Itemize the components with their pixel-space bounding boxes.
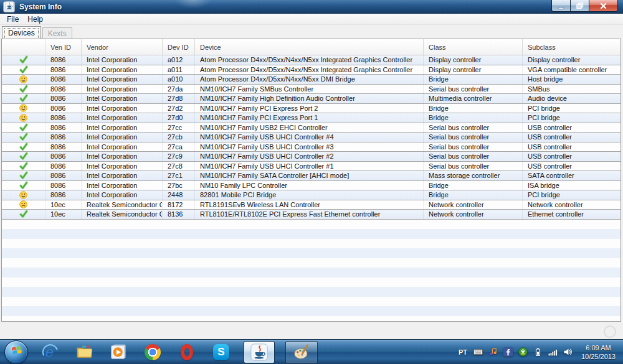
cell-dev-id: 27c1: [163, 171, 195, 180]
table-row[interactable]: 8086 Intel Corporation 2448 82801 Mobile…: [2, 190, 621, 200]
table-row[interactable]: 8086 Intel Corporation 27ca NM10/ICH7 Fa…: [2, 142, 621, 152]
cell-subclass: PCI bridge: [523, 190, 621, 200]
cell-vendor: Intel Corporation: [82, 123, 163, 133]
cell-device: NM10/ICH7 Family USB UHCI Controller #2: [195, 152, 424, 161]
empty-stripe: [2, 306, 621, 316]
cell-subclass: Network controller: [523, 200, 621, 210]
window-app-icon-box[interactable]: [3, 1, 15, 12]
cell-class: Network controller: [424, 200, 523, 210]
cell-vendor: Intel Corporation: [82, 171, 163, 180]
taskbar-internet-explorer[interactable]: e: [38, 342, 62, 363]
folder-icon: [76, 343, 93, 360]
table-row[interactable]: 8086 Intel Corporation a010 Atom Process…: [2, 75, 621, 85]
menu-help[interactable]: Help: [23, 15, 47, 24]
col-header-vendor[interactable]: Vendor: [82, 39, 163, 55]
cell-device: NM10/ICH7 Family USB UHCI Controller #1: [195, 162, 424, 171]
taskbar-paint[interactable]: [285, 341, 318, 363]
cell-device: NM10/ICH7 Family PCI Express Port 1: [195, 113, 424, 123]
table-row[interactable]: 8086 Intel Corporation 27c1 NM10/ICH7 Fa…: [2, 171, 621, 181]
signal-strength-icon[interactable]: [548, 347, 558, 357]
table-row[interactable]: 10ec Realtek Semiconductor C... 8172 RTL…: [2, 200, 621, 210]
keyboard-icon[interactable]: [473, 347, 483, 357]
cell-device: Atom Processor D4xx/D5xx/N4xx/N5xx Integ…: [195, 55, 424, 65]
col-header-status[interactable]: [2, 39, 45, 55]
clock-date: 10/25/2013: [581, 352, 616, 361]
cell-device: Atom Processor D4xx/D5xx/N4xx/N5xx Integ…: [195, 65, 424, 75]
cell-subclass: Audio device: [523, 94, 621, 103]
facebook-icon[interactable]: [503, 347, 513, 357]
status-area-circle: [604, 325, 616, 338]
table-row[interactable]: 8086 Intel Corporation 27d0 NM10/ICH7 Fa…: [2, 113, 621, 123]
cell-vendor: Intel Corporation: [82, 152, 163, 161]
empty-stripe: [2, 268, 621, 278]
cell-dev-id: 2448: [163, 190, 195, 200]
cell-dev-id: 8172: [163, 200, 195, 210]
cell-ven-id: 8086: [45, 104, 82, 113]
cell-dev-id: 8136: [163, 210, 195, 219]
taskbar-system-info-java[interactable]: [244, 341, 275, 363]
table-row[interactable]: 10ec Realtek Semiconductor C... 8136 RTL…: [2, 210, 621, 220]
cell-subclass: USB controller: [523, 162, 621, 171]
table-row[interactable]: 8086 Intel Corporation 27c9 NM10/ICH7 Fa…: [2, 152, 621, 162]
col-header-dev-id[interactable]: Dev ID: [163, 39, 195, 55]
music-note-icon[interactable]: [488, 347, 498, 357]
cell-device: NM10/ICH7 Family SATA Controller [AHCI m…: [195, 171, 424, 180]
cell-vendor: Intel Corporation: [82, 65, 163, 75]
close-button[interactable]: [589, 0, 618, 12]
cell-ven-id: 8086: [45, 113, 82, 123]
cell-dev-id: 27c8: [163, 162, 195, 171]
language-indicator[interactable]: PT: [458, 348, 468, 356]
paint-icon: [293, 343, 310, 360]
cell-subclass: USB controller: [523, 152, 621, 161]
check-icon: [2, 65, 45, 75]
window-controls: [552, 0, 618, 12]
battery-icon[interactable]: [533, 347, 543, 357]
cell-dev-id: a011: [163, 65, 195, 75]
table-row[interactable]: 8086 Intel Corporation 27c8 NM10/ICH7 Fa…: [2, 162, 621, 172]
taskbar-opera[interactable]: [175, 342, 199, 363]
empty-stripe: [2, 287, 621, 297]
happy-icon: [2, 113, 45, 123]
cell-ven-id: 8086: [45, 133, 82, 142]
cell-ven-id: 8086: [45, 55, 82, 65]
table-row[interactable]: 8086 Intel Corporation 27d8 NM10/ICH7 Fa…: [2, 94, 621, 104]
table-row[interactable]: 8086 Intel Corporation 27da NM10/ICH7 Fa…: [2, 85, 621, 95]
taskbar-media-player[interactable]: [107, 342, 130, 363]
check-icon: [2, 162, 45, 171]
col-header-ven-id[interactable]: Ven ID: [45, 39, 82, 55]
idm-icon[interactable]: [518, 347, 528, 357]
table-row[interactable]: 8086 Intel Corporation a012 Atom Process…: [2, 55, 621, 65]
cell-device: RTL8101E/RTL8102E PCI Express Fast Ether…: [195, 210, 424, 219]
start-button[interactable]: [4, 340, 28, 364]
table-row[interactable]: 8086 Intel Corporation a011 Atom Process…: [2, 65, 621, 75]
cell-class: Serial bus controller: [424, 152, 523, 161]
empty-stripe: [2, 220, 621, 230]
restore-button[interactable]: [570, 0, 589, 12]
taskbar-windows-explorer[interactable]: [72, 342, 96, 363]
table-row[interactable]: 8086 Intel Corporation 27cb NM10/ICH7 Fa…: [2, 133, 621, 142]
minimize-button[interactable]: [551, 0, 571, 12]
cell-class: Serial bus controller: [424, 123, 523, 133]
system-tray: PT 6:09 AM 10/25/2013: [458, 343, 623, 361]
java-cup-icon: [5, 1, 14, 12]
table-row[interactable]: 8086 Intel Corporation 27bc NM10 Family …: [2, 181, 621, 191]
col-header-class[interactable]: Class: [424, 39, 523, 55]
cell-dev-id: 27d8: [163, 94, 195, 103]
col-header-subclass[interactable]: Subclass: [523, 39, 621, 55]
taskbar-chrome[interactable]: [141, 342, 164, 363]
cell-device: Atom Processor D4xx/D5xx/N4xx/N5xx DMI B…: [195, 75, 424, 84]
table-row[interactable]: 8086 Intel Corporation 27cc NM10/ICH7 Fa…: [2, 123, 621, 133]
menu-file[interactable]: File: [2, 15, 23, 24]
tray-icons: [473, 347, 573, 357]
tab-devices[interactable]: Devices: [2, 26, 41, 40]
table-row[interactable]: 8086 Intel Corporation 27d2 NM10/ICH7 Fa…: [2, 104, 621, 114]
cell-class: Mass storage controller: [424, 171, 523, 180]
taskbar-skype[interactable]: [209, 342, 233, 363]
cell-ven-id: 8086: [45, 162, 82, 171]
cell-device: NM10/ICH7 Family USB UHCI Controller #3: [195, 142, 424, 152]
menu-bar: File Help: [0, 14, 623, 25]
col-header-device[interactable]: Device: [195, 39, 424, 55]
volume-icon[interactable]: [563, 347, 573, 357]
cell-dev-id: a010: [163, 75, 195, 84]
taskbar-clock[interactable]: 6:09 AM 10/25/2013: [581, 343, 620, 361]
